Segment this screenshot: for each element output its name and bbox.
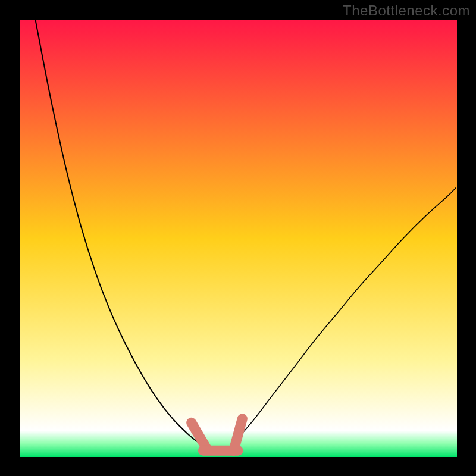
chart-svg bbox=[20, 20, 457, 457]
gradient-background bbox=[20, 20, 457, 457]
watermark-text: TheBottleneck.com bbox=[343, 2, 470, 19]
plot-area bbox=[20, 20, 457, 457]
chart-frame: TheBottleneck.com bbox=[0, 0, 476, 476]
